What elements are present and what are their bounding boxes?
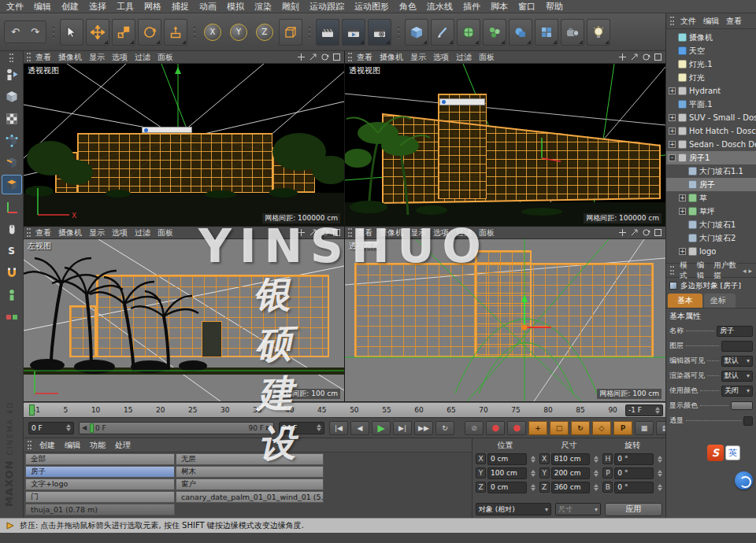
- menu-item[interactable]: 创建: [61, 1, 79, 13]
- panel-grip-icon[interactable]: [670, 266, 674, 275]
- layer-cell[interactable]: 文字+logo: [25, 478, 175, 490]
- layer-menu-item[interactable]: 编辑: [65, 440, 80, 451]
- rotation-field[interactable]: P 0 °: [602, 466, 662, 480]
- panel-grip-icon[interactable]: [28, 441, 32, 449]
- object-item[interactable]: + SUV - Small - Dosch: [666, 111, 756, 124]
- viewport-menu-item[interactable]: 摄像机: [58, 52, 82, 63]
- menu-item[interactable]: 窗口: [518, 1, 536, 13]
- object-item[interactable]: 大门坡石2: [666, 231, 756, 245]
- viewport-menu-item[interactable]: 面板: [479, 227, 495, 238]
- range-left-arrow-icon[interactable]: ◀: [80, 424, 89, 431]
- viewport-menu-item[interactable]: 选项: [433, 52, 449, 63]
- layer-cell[interactable]: 全部: [25, 453, 175, 465]
- mograph-cloner-button[interactable]: [483, 19, 506, 46]
- zoom-icon[interactable]: [309, 53, 317, 61]
- viewport1-canvas[interactable]: X 透视视图 网格间距: 100000 cm: [24, 64, 344, 226]
- range-playhead[interactable]: [90, 423, 94, 433]
- expander-icon[interactable]: +: [679, 248, 686, 255]
- viewport-menu-item[interactable]: 显示: [89, 52, 105, 63]
- layer-cell[interactable]: canary_date_palm_01_01_wind_01 (5.8 m): [176, 491, 324, 503]
- size-mode-select[interactable]: 尺寸: [555, 503, 601, 515]
- viewport-menu-item[interactable]: 面板: [158, 52, 173, 63]
- stepper-icon[interactable]: [655, 484, 662, 491]
- render-view-button[interactable]: [316, 19, 339, 46]
- coordinate-mode-select[interactable]: 对象 (相对): [476, 503, 551, 515]
- texture-mode-button[interactable]: [2, 109, 22, 128]
- size-field[interactable]: Y 200 cm: [539, 466, 599, 480]
- panel-grip-icon[interactable]: [348, 228, 352, 237]
- attribute-control[interactable]: 默认: [721, 371, 753, 382]
- rotation-field[interactable]: H 0 °: [602, 452, 662, 466]
- point-mode-button[interactable]: [2, 131, 22, 150]
- range-right-arrow-icon[interactable]: ▶: [264, 424, 273, 431]
- layer-cell[interactable]: 房子: [25, 466, 175, 478]
- sound-mute-button[interactable]: ⊘: [465, 421, 484, 435]
- object-item[interactable]: + Hot Hatch - Dosch: [666, 124, 756, 138]
- menu-item[interactable]: 插件: [463, 1, 480, 13]
- position-field[interactable]: Y 100 cm: [476, 466, 536, 480]
- viewport-menu-item[interactable]: 选项: [433, 227, 449, 238]
- expander-icon[interactable]: -: [669, 154, 676, 161]
- render-settings-button[interactable]: [368, 19, 391, 46]
- viewport-perspective-2[interactable]: 查看摄像机显示选项过滤面板: [345, 51, 665, 226]
- move-tool-button[interactable]: [86, 19, 109, 46]
- light-button[interactable]: [587, 19, 610, 46]
- stepper-icon[interactable]: [655, 470, 662, 477]
- pan-icon[interactable]: [618, 53, 627, 61]
- orbit-icon[interactable]: [321, 53, 329, 61]
- key-parameter-toggle[interactable]: ◇: [592, 421, 611, 435]
- ime-indicator[interactable]: S 英: [707, 445, 740, 461]
- menu-item[interactable]: 编辑: [34, 1, 51, 13]
- goto-start-button[interactable]: |◀: [329, 421, 348, 435]
- orbit-icon[interactable]: [642, 53, 650, 61]
- expander-icon[interactable]: +: [669, 127, 676, 135]
- stepper-icon[interactable]: [528, 484, 536, 491]
- orbit-icon[interactable]: [321, 228, 329, 237]
- panel-tab[interactable]: 查看: [726, 16, 742, 27]
- object-item[interactable]: + 草: [666, 191, 756, 205]
- viewport-perspective-1[interactable]: 查看摄像机显示选项过滤面板: [24, 51, 344, 226]
- render-picture-viewer-button[interactable]: [342, 19, 365, 46]
- volume-builder-button[interactable]: [509, 19, 532, 46]
- toggle-view-icon[interactable]: [332, 228, 341, 237]
- menu-item[interactable]: 帮助: [546, 1, 563, 13]
- object-item[interactable]: + logo: [666, 245, 756, 258]
- previous-frame-button[interactable]: ◀: [350, 421, 369, 435]
- layer-menu-item[interactable]: 创建: [39, 440, 55, 451]
- layer-menu-item[interactable]: 功能: [90, 440, 106, 451]
- tab-coordinates[interactable]: 坐标: [704, 294, 736, 308]
- viewport-menu-item[interactable]: 查看: [357, 52, 372, 63]
- pan-icon[interactable]: [297, 53, 306, 61]
- recent-tool-button[interactable]: [164, 19, 187, 46]
- object-item[interactable]: 灯光: [666, 71, 756, 84]
- layer-cell[interactable]: 树木: [176, 466, 324, 478]
- layer-cell[interactable]: 无层: [176, 453, 324, 465]
- viewport-menu-item[interactable]: 显示: [89, 227, 105, 238]
- timeline-ruler[interactable]: -151015202530354045505560657075808590 -1…: [24, 402, 665, 417]
- scale-tool-button[interactable]: [112, 19, 135, 46]
- stepper-icon[interactable]: [314, 424, 321, 431]
- toggle-view-icon[interactable]: [654, 53, 662, 61]
- toggle-view-icon[interactable]: [332, 53, 341, 61]
- object-item[interactable]: 摄像机: [666, 31, 756, 44]
- ime-settings-icon[interactable]: [735, 471, 753, 489]
- menu-item[interactable]: 雕刻: [282, 1, 299, 13]
- viewport-menu-item[interactable]: 摄像机: [380, 227, 403, 238]
- position-field[interactable]: X 0 cm: [476, 452, 536, 466]
- magnet-tool-button[interactable]: [2, 263, 22, 283]
- pan-icon[interactable]: [297, 228, 306, 237]
- viewport-menu-item[interactable]: 显示: [410, 52, 426, 63]
- key-rotation-toggle[interactable]: ↻: [571, 421, 590, 435]
- rotation-field[interactable]: B 0 °: [602, 480, 662, 494]
- record-keyframe-button[interactable]: ●: [486, 421, 505, 435]
- coordinate-system-button[interactable]: [279, 19, 302, 46]
- tab-next-icon[interactable]: ▸: [748, 267, 752, 275]
- object-item[interactable]: + Sedan - Dosch Des: [666, 138, 756, 151]
- orbit-icon[interactable]: [642, 228, 650, 237]
- menu-item[interactable]: 工具: [117, 1, 134, 13]
- lock-y-axis-button[interactable]: Y: [227, 19, 250, 46]
- stepper-icon[interactable]: [591, 456, 598, 463]
- enable-axis-button[interactable]: [2, 197, 22, 216]
- key-position-toggle[interactable]: +: [528, 421, 547, 435]
- polygon-mode-button[interactable]: [2, 175, 22, 194]
